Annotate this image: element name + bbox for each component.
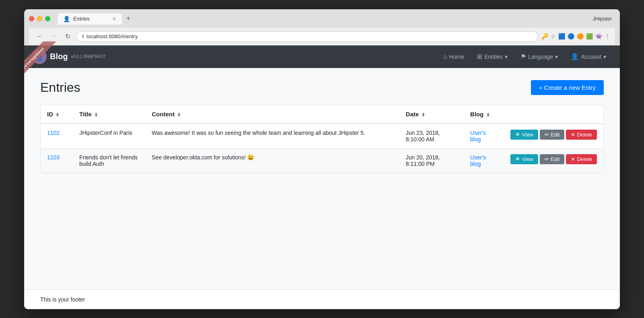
create-entry-label: + Create a new Entry — [539, 84, 596, 91]
table-header: ID ⇕ Title ⇕ Content ⇕ — [41, 105, 603, 124]
cell-date-1103: Jun 20, 2018, 8:11:00 PM — [399, 148, 464, 173]
cell-id-1102: 1102 — [41, 124, 73, 149]
times-icon: ✕ — [571, 156, 575, 162]
page-footer: This is your footer — [24, 289, 620, 309]
new-tab-button[interactable]: + — [123, 13, 134, 25]
entry-id-link-1103[interactable]: 1103 — [47, 154, 60, 161]
traffic-light-minimize[interactable] — [37, 16, 42, 21]
active-tab[interactable]: 👤 Entries ✕ — [58, 13, 122, 25]
home-icon: ⌂ — [443, 53, 447, 60]
entries-table: ID ⇕ Title ⇕ Content ⇕ — [41, 105, 603, 173]
url-display: localhost:8080/#/entry — [87, 33, 138, 39]
edit-button-1102[interactable]: ✏ Edit — [540, 130, 564, 140]
forward-button[interactable]: → — [48, 32, 60, 41]
view-button-1103[interactable]: 👁 View — [510, 154, 538, 164]
cell-date-1102: Jun 23, 2018, 8:10:00 AM — [399, 124, 464, 149]
col-header-actions — [504, 105, 603, 124]
ext4-icon: 🟩 — [586, 33, 593, 39]
language-icon: ⚑ — [520, 53, 526, 60]
version-badge: v0.0.1-SNAPSHOT — [71, 54, 105, 59]
table-body: 1102 JHipsterConf in Paris Was awesome! … — [41, 124, 603, 173]
nav-account[interactable]: 👤 Account ▾ — [565, 50, 612, 64]
menu-icon[interactable]: ⋮ — [605, 33, 610, 39]
page-title: Entries — [40, 80, 80, 95]
account-label: Account — [581, 54, 601, 60]
app-content: Development 👤 Blog v0.0.1-SNAPSHOT ⌂ Hom… — [24, 45, 620, 309]
create-entry-button[interactable]: + Create a new Entry — [531, 80, 604, 95]
key-icon: 🔑 — [541, 33, 548, 39]
cell-blog-1103: User's blog — [464, 148, 504, 173]
navbar-brand[interactable]: 👤 Blog v0.0.1-SNAPSHOT — [32, 50, 105, 64]
entities-chevron-icon: ▾ — [505, 54, 508, 60]
blog-link-1102[interactable]: User's blog — [470, 130, 486, 142]
pencil-icon: ✏ — [545, 156, 549, 162]
blog-link-1103[interactable]: User's blog — [470, 154, 486, 167]
tab-bar: 👤 Entries ✕ + — [58, 13, 134, 25]
cell-blog-1102: User's blog — [464, 124, 504, 149]
action-buttons-1103: 👁 View ✏ Edit ✕ Delete — [510, 154, 597, 164]
browser-toolbar: ← → ↻ ℹ localhost:8080/#/entry 🔑 ☆ 🟦 🔵 🟠… — [29, 28, 615, 45]
eye-icon: 👁 — [515, 156, 520, 162]
address-bar[interactable]: ℹ localhost:8080/#/entry — [76, 31, 538, 42]
sort-icon-date: ⇕ — [421, 112, 425, 118]
language-label: Language — [528, 54, 553, 60]
ext5-icon: 👾 — [595, 33, 602, 39]
cell-actions-1102: 👁 View ✏ Edit ✕ Delete — [504, 124, 603, 149]
entities-icon: ⊞ — [477, 53, 482, 60]
account-icon: 👤 — [571, 53, 579, 60]
tab-favicon: 👤 — [63, 16, 70, 22]
times-icon: ✕ — [571, 132, 575, 138]
navbar: Development 👤 Blog v0.0.1-SNAPSHOT ⌂ Hom… — [24, 45, 620, 68]
cell-content-1102: Was awesome! It was so fun seeing the wh… — [145, 124, 399, 149]
view-button-1102[interactable]: 👁 View — [510, 130, 538, 140]
col-header-id[interactable]: ID ⇕ — [41, 105, 73, 124]
browser-chrome: 👤 Entries ✕ + JHipster ← → ↻ ℹ localhost… — [24, 9, 620, 45]
nav-language[interactable]: ⚑ Language ▾ — [515, 50, 564, 64]
col-header-blog[interactable]: Blog ⇕ — [464, 105, 504, 124]
col-header-content[interactable]: Content ⇕ — [145, 105, 399, 124]
browser-title: JHipster — [592, 16, 615, 22]
entries-table-container: ID ⇕ Title ⇕ Content ⇕ — [40, 105, 604, 173]
brand-wrapper: Development 👤 Blog v0.0.1-SNAPSHOT — [32, 50, 114, 64]
delete-button-1102[interactable]: ✕ Delete — [566, 130, 597, 140]
cell-title-1103: Friends don't let friends build Auth — [73, 148, 145, 173]
brand-name: Blog — [50, 52, 68, 61]
ext3-icon: 🟠 — [577, 33, 584, 39]
col-header-date[interactable]: Date ⇕ — [399, 105, 464, 124]
nav-home[interactable]: ⌂ Home — [438, 50, 470, 64]
navbar-nav: ⌂ Home ⊞ Entities ▾ ⚑ Language ▾ 👤 Accou… — [438, 50, 612, 64]
delete-button-1103[interactable]: ✕ Delete — [566, 154, 597, 164]
sort-icon-title: ⇕ — [94, 112, 98, 118]
page-header: Entries + Create a new Entry — [40, 80, 604, 95]
browser-window: 👤 Entries ✕ + JHipster ← → ↻ ℹ localhost… — [24, 9, 620, 309]
ext2-icon: 🔵 — [568, 33, 574, 39]
entry-id-link-1102[interactable]: 1102 — [47, 130, 60, 136]
star-icon[interactable]: ☆ — [551, 33, 556, 39]
traffic-lights — [29, 16, 50, 21]
entities-label: Entities — [484, 54, 503, 60]
cell-title-1102: JHipsterConf in Paris — [73, 124, 145, 149]
tab-label: Entries — [73, 16, 89, 22]
eye-icon: 👁 — [515, 132, 520, 138]
col-header-title[interactable]: Title ⇕ — [73, 105, 145, 124]
pencil-icon: ✏ — [545, 132, 549, 138]
reload-button[interactable]: ↻ — [63, 32, 73, 41]
cell-content-1103: See developer.okta.com for solutions! 😀 — [145, 148, 399, 173]
toolbar-extensions: 🔑 ☆ 🟦 🔵 🟠 🟩 👾 ⋮ — [541, 33, 610, 39]
traffic-light-close[interactable] — [29, 16, 34, 21]
back-button[interactable]: ← — [34, 32, 45, 41]
brand-avatar: 👤 — [32, 50, 47, 64]
sort-icon-content: ⇕ — [177, 112, 181, 118]
browser-titlebar: 👤 Entries ✕ + JHipster — [29, 13, 615, 25]
footer-text: This is your footer — [40, 296, 85, 303]
ext1-icon: 🟦 — [558, 33, 565, 39]
edit-button-1103[interactable]: ✏ Edit — [540, 154, 564, 164]
home-label: Home — [449, 54, 464, 60]
sort-icon-blog: ⇕ — [486, 112, 490, 118]
action-buttons-1102: 👁 View ✏ Edit ✕ Delete — [510, 130, 597, 140]
tab-close-button[interactable]: ✕ — [112, 16, 116, 22]
account-chevron-icon: ▾ — [603, 54, 606, 60]
cell-actions-1103: 👁 View ✏ Edit ✕ Delete — [504, 148, 603, 173]
nav-entities[interactable]: ⊞ Entities ▾ — [471, 50, 513, 64]
traffic-light-maximize[interactable] — [45, 16, 50, 21]
